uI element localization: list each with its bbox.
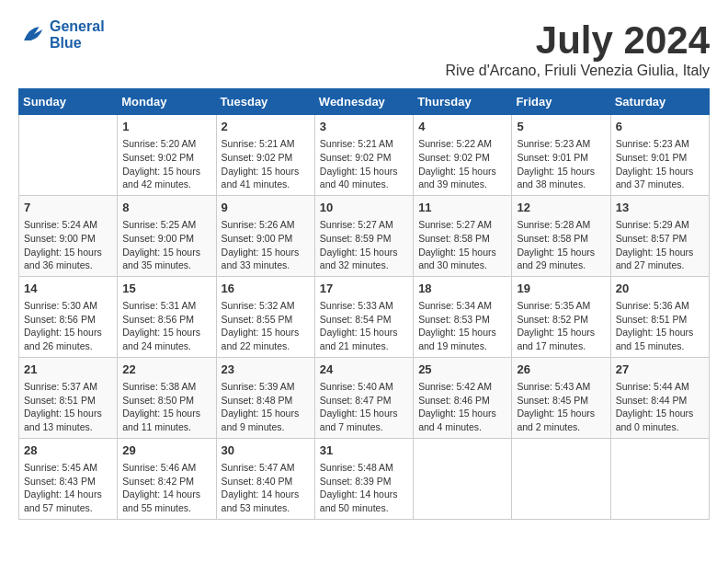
- day-cell: 1Sunrise: 5:20 AM Sunset: 9:02 PM Daylig…: [118, 115, 216, 196]
- day-number: 16: [222, 281, 310, 297]
- day-info: Sunrise: 5:47 AM Sunset: 8:40 PM Dayligh…: [222, 461, 310, 515]
- day-cell: 22Sunrise: 5:38 AM Sunset: 8:50 PM Dayli…: [118, 357, 216, 438]
- day-cell: [19, 115, 118, 196]
- day-info: Sunrise: 5:43 AM Sunset: 8:45 PM Dayligh…: [517, 380, 605, 434]
- day-cell: 17Sunrise: 5:33 AM Sunset: 8:54 PM Dayli…: [314, 276, 413, 357]
- day-info: Sunrise: 5:22 AM Sunset: 9:02 PM Dayligh…: [418, 137, 506, 191]
- day-info: Sunrise: 5:39 AM Sunset: 8:48 PM Dayligh…: [222, 380, 310, 434]
- day-info: Sunrise: 5:40 AM Sunset: 8:47 PM Dayligh…: [320, 380, 408, 434]
- day-cell: [610, 438, 709, 519]
- header-cell-tuesday: Tuesday: [216, 89, 314, 115]
- header-cell-friday: Friday: [512, 89, 610, 115]
- day-cell: 23Sunrise: 5:39 AM Sunset: 8:48 PM Dayli…: [216, 357, 314, 438]
- day-cell: 14Sunrise: 5:30 AM Sunset: 8:56 PM Dayli…: [19, 276, 118, 357]
- day-cell: 11Sunrise: 5:27 AM Sunset: 8:58 PM Dayli…: [414, 195, 512, 276]
- day-cell: 5Sunrise: 5:23 AM Sunset: 9:01 PM Daylig…: [512, 115, 610, 196]
- calendar-table: SundayMondayTuesdayWednesdayThursdayFrid…: [18, 88, 710, 520]
- day-cell: 7Sunrise: 5:24 AM Sunset: 9:00 PM Daylig…: [19, 195, 118, 276]
- day-number: 24: [320, 362, 408, 378]
- day-number: 9: [222, 200, 310, 216]
- day-info: Sunrise: 5:42 AM Sunset: 8:46 PM Dayligh…: [418, 380, 506, 434]
- day-info: Sunrise: 5:38 AM Sunset: 8:50 PM Dayligh…: [122, 380, 210, 434]
- day-info: Sunrise: 5:44 AM Sunset: 8:44 PM Dayligh…: [616, 380, 704, 434]
- day-info: Sunrise: 5:48 AM Sunset: 8:39 PM Dayligh…: [320, 461, 408, 515]
- day-info: Sunrise: 5:45 AM Sunset: 8:43 PM Dayligh…: [24, 461, 112, 515]
- day-number: 7: [24, 200, 112, 216]
- calendar-subtitle: Rive d'Arcano, Friuli Venezia Giulia, It…: [445, 63, 710, 79]
- day-cell: 2Sunrise: 5:21 AM Sunset: 9:02 PM Daylig…: [216, 115, 314, 196]
- day-info: Sunrise: 5:29 AM Sunset: 8:57 PM Dayligh…: [616, 218, 704, 272]
- day-info: Sunrise: 5:34 AM Sunset: 8:53 PM Dayligh…: [418, 299, 506, 353]
- day-number: 25: [418, 362, 506, 378]
- day-number: 27: [616, 362, 704, 378]
- day-cell: 27Sunrise: 5:44 AM Sunset: 8:44 PM Dayli…: [610, 357, 709, 438]
- day-info: Sunrise: 5:26 AM Sunset: 9:00 PM Dayligh…: [222, 218, 310, 272]
- day-cell: 18Sunrise: 5:34 AM Sunset: 8:53 PM Dayli…: [414, 276, 512, 357]
- day-number: 12: [517, 200, 605, 216]
- day-cell: 8Sunrise: 5:25 AM Sunset: 9:00 PM Daylig…: [118, 195, 216, 276]
- day-number: 14: [24, 281, 112, 297]
- calendar-title: July 2024: [445, 18, 710, 63]
- header-cell-saturday: Saturday: [610, 89, 709, 115]
- day-number: 17: [320, 281, 408, 297]
- day-number: 10: [320, 200, 408, 216]
- day-cell: 9Sunrise: 5:26 AM Sunset: 9:00 PM Daylig…: [216, 195, 314, 276]
- day-info: Sunrise: 5:24 AM Sunset: 9:00 PM Dayligh…: [24, 218, 112, 272]
- header: General Blue July 2024 Rive d'Arcano, Fr…: [18, 18, 710, 79]
- day-cell: 12Sunrise: 5:28 AM Sunset: 8:58 PM Dayli…: [512, 195, 610, 276]
- day-number: 3: [320, 119, 408, 135]
- day-info: Sunrise: 5:25 AM Sunset: 9:00 PM Dayligh…: [122, 218, 210, 272]
- day-cell: 3Sunrise: 5:21 AM Sunset: 9:02 PM Daylig…: [314, 115, 413, 196]
- day-cell: 15Sunrise: 5:31 AM Sunset: 8:56 PM Dayli…: [118, 276, 216, 357]
- day-number: 4: [418, 119, 506, 135]
- day-info: Sunrise: 5:21 AM Sunset: 9:02 PM Dayligh…: [222, 137, 310, 191]
- day-number: 30: [222, 442, 310, 459]
- day-number: 8: [122, 200, 210, 216]
- day-cell: 24Sunrise: 5:40 AM Sunset: 8:47 PM Dayli…: [314, 357, 413, 438]
- day-info: Sunrise: 5:31 AM Sunset: 8:56 PM Dayligh…: [122, 299, 210, 353]
- day-number: 20: [616, 281, 704, 297]
- day-info: Sunrise: 5:30 AM Sunset: 8:56 PM Dayligh…: [24, 299, 112, 353]
- day-cell: 6Sunrise: 5:23 AM Sunset: 9:01 PM Daylig…: [610, 115, 709, 196]
- week-row-1: 1Sunrise: 5:20 AM Sunset: 9:02 PM Daylig…: [19, 115, 710, 196]
- title-block: July 2024 Rive d'Arcano, Friuli Venezia …: [445, 18, 710, 79]
- day-cell: 30Sunrise: 5:47 AM Sunset: 8:40 PM Dayli…: [216, 438, 314, 519]
- day-number: 28: [24, 442, 112, 459]
- day-info: Sunrise: 5:20 AM Sunset: 9:02 PM Dayligh…: [122, 137, 210, 191]
- day-info: Sunrise: 5:36 AM Sunset: 8:51 PM Dayligh…: [616, 299, 704, 353]
- day-number: 13: [616, 200, 704, 216]
- day-number: 21: [24, 362, 112, 378]
- day-number: 15: [122, 281, 210, 297]
- day-info: Sunrise: 5:37 AM Sunset: 8:51 PM Dayligh…: [24, 380, 112, 434]
- logo: General Blue: [18, 18, 105, 51]
- header-cell-sunday: Sunday: [19, 89, 118, 115]
- day-info: Sunrise: 5:32 AM Sunset: 8:55 PM Dayligh…: [222, 299, 310, 353]
- day-number: 22: [122, 362, 210, 378]
- day-number: 23: [222, 362, 310, 378]
- logo-icon: [18, 21, 46, 49]
- day-cell: 26Sunrise: 5:43 AM Sunset: 8:45 PM Dayli…: [512, 357, 610, 438]
- header-cell-thursday: Thursday: [414, 89, 512, 115]
- day-info: Sunrise: 5:28 AM Sunset: 8:58 PM Dayligh…: [517, 218, 605, 272]
- day-cell: 31Sunrise: 5:48 AM Sunset: 8:39 PM Dayli…: [314, 438, 413, 519]
- week-row-3: 14Sunrise: 5:30 AM Sunset: 8:56 PM Dayli…: [19, 276, 710, 357]
- day-info: Sunrise: 5:23 AM Sunset: 9:01 PM Dayligh…: [616, 137, 704, 191]
- day-cell: [512, 438, 610, 519]
- day-number: 29: [122, 442, 210, 459]
- calendar-header-row: SundayMondayTuesdayWednesdayThursdayFrid…: [19, 89, 710, 115]
- day-info: Sunrise: 5:35 AM Sunset: 8:52 PM Dayligh…: [517, 299, 605, 353]
- day-number: 31: [320, 442, 408, 459]
- day-number: 6: [616, 119, 704, 135]
- day-cell: 25Sunrise: 5:42 AM Sunset: 8:46 PM Dayli…: [414, 357, 512, 438]
- day-cell: 13Sunrise: 5:29 AM Sunset: 8:57 PM Dayli…: [610, 195, 709, 276]
- week-row-5: 28Sunrise: 5:45 AM Sunset: 8:43 PM Dayli…: [19, 438, 710, 519]
- day-number: 2: [222, 119, 310, 135]
- day-number: 5: [517, 119, 605, 135]
- logo-text: General Blue: [50, 18, 105, 51]
- day-number: 26: [517, 362, 605, 378]
- day-number: 11: [418, 200, 506, 216]
- day-cell: [414, 438, 512, 519]
- header-cell-monday: Monday: [118, 89, 216, 115]
- header-cell-wednesday: Wednesday: [314, 89, 413, 115]
- day-cell: 20Sunrise: 5:36 AM Sunset: 8:51 PM Dayli…: [610, 276, 709, 357]
